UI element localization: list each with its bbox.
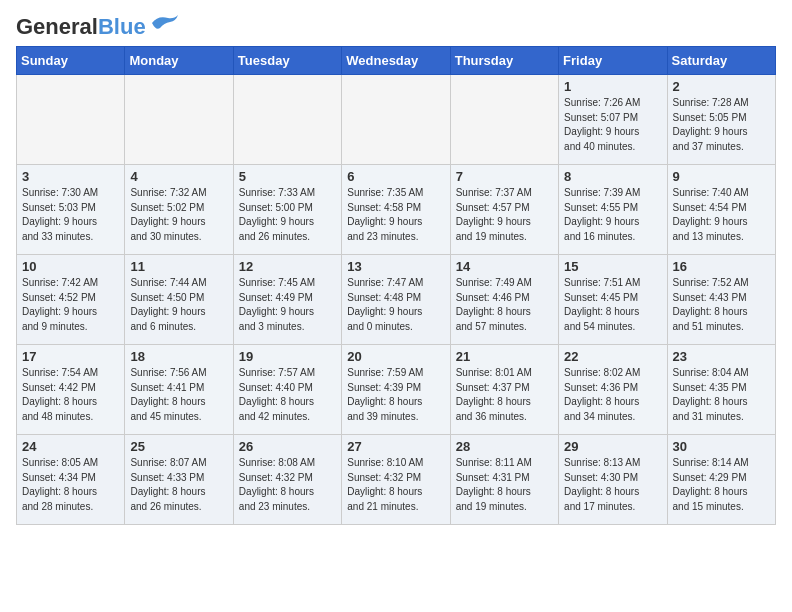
day-number: 3 <box>22 169 119 184</box>
calendar-cell: 8Sunrise: 7:39 AM Sunset: 4:55 PM Daylig… <box>559 165 667 255</box>
calendar-cell: 15Sunrise: 7:51 AM Sunset: 4:45 PM Dayli… <box>559 255 667 345</box>
calendar-cell: 10Sunrise: 7:42 AM Sunset: 4:52 PM Dayli… <box>17 255 125 345</box>
page-header: GeneralBlue <box>16 16 776 38</box>
day-number: 28 <box>456 439 553 454</box>
week-row-3: 10Sunrise: 7:42 AM Sunset: 4:52 PM Dayli… <box>17 255 776 345</box>
weekday-header-tuesday: Tuesday <box>233 47 341 75</box>
day-info: Sunrise: 7:52 AM Sunset: 4:43 PM Dayligh… <box>673 276 770 334</box>
logo-blue: Blue <box>98 14 146 39</box>
day-info: Sunrise: 7:57 AM Sunset: 4:40 PM Dayligh… <box>239 366 336 424</box>
day-number: 9 <box>673 169 770 184</box>
day-info: Sunrise: 7:32 AM Sunset: 5:02 PM Dayligh… <box>130 186 227 244</box>
day-number: 23 <box>673 349 770 364</box>
day-number: 26 <box>239 439 336 454</box>
calendar-cell: 11Sunrise: 7:44 AM Sunset: 4:50 PM Dayli… <box>125 255 233 345</box>
calendar-cell: 14Sunrise: 7:49 AM Sunset: 4:46 PM Dayli… <box>450 255 558 345</box>
day-info: Sunrise: 8:05 AM Sunset: 4:34 PM Dayligh… <box>22 456 119 514</box>
day-number: 29 <box>564 439 661 454</box>
calendar-cell <box>450 75 558 165</box>
calendar-cell: 3Sunrise: 7:30 AM Sunset: 5:03 PM Daylig… <box>17 165 125 255</box>
day-number: 7 <box>456 169 553 184</box>
calendar-cell: 13Sunrise: 7:47 AM Sunset: 4:48 PM Dayli… <box>342 255 450 345</box>
calendar-cell: 27Sunrise: 8:10 AM Sunset: 4:32 PM Dayli… <box>342 435 450 525</box>
week-row-2: 3Sunrise: 7:30 AM Sunset: 5:03 PM Daylig… <box>17 165 776 255</box>
calendar-cell: 4Sunrise: 7:32 AM Sunset: 5:02 PM Daylig… <box>125 165 233 255</box>
day-info: Sunrise: 8:14 AM Sunset: 4:29 PM Dayligh… <box>673 456 770 514</box>
calendar-cell: 24Sunrise: 8:05 AM Sunset: 4:34 PM Dayli… <box>17 435 125 525</box>
calendar-cell: 12Sunrise: 7:45 AM Sunset: 4:49 PM Dayli… <box>233 255 341 345</box>
day-number: 11 <box>130 259 227 274</box>
calendar-cell: 2Sunrise: 7:28 AM Sunset: 5:05 PM Daylig… <box>667 75 775 165</box>
weekday-header-row: SundayMondayTuesdayWednesdayThursdayFrid… <box>17 47 776 75</box>
calendar-cell: 18Sunrise: 7:56 AM Sunset: 4:41 PM Dayli… <box>125 345 233 435</box>
day-info: Sunrise: 8:13 AM Sunset: 4:30 PM Dayligh… <box>564 456 661 514</box>
week-row-1: 1Sunrise: 7:26 AM Sunset: 5:07 PM Daylig… <box>17 75 776 165</box>
week-row-5: 24Sunrise: 8:05 AM Sunset: 4:34 PM Dayli… <box>17 435 776 525</box>
calendar-cell: 6Sunrise: 7:35 AM Sunset: 4:58 PM Daylig… <box>342 165 450 255</box>
day-info: Sunrise: 7:35 AM Sunset: 4:58 PM Dayligh… <box>347 186 444 244</box>
calendar-cell: 26Sunrise: 8:08 AM Sunset: 4:32 PM Dayli… <box>233 435 341 525</box>
day-info: Sunrise: 7:28 AM Sunset: 5:05 PM Dayligh… <box>673 96 770 154</box>
day-number: 2 <box>673 79 770 94</box>
day-number: 27 <box>347 439 444 454</box>
day-number: 21 <box>456 349 553 364</box>
day-number: 25 <box>130 439 227 454</box>
weekday-header-saturday: Saturday <box>667 47 775 75</box>
day-number: 19 <box>239 349 336 364</box>
day-number: 15 <box>564 259 661 274</box>
calendar-cell: 17Sunrise: 7:54 AM Sunset: 4:42 PM Dayli… <box>17 345 125 435</box>
day-info: Sunrise: 8:01 AM Sunset: 4:37 PM Dayligh… <box>456 366 553 424</box>
calendar-cell <box>125 75 233 165</box>
day-info: Sunrise: 7:45 AM Sunset: 4:49 PM Dayligh… <box>239 276 336 334</box>
day-number: 20 <box>347 349 444 364</box>
weekday-header-thursday: Thursday <box>450 47 558 75</box>
week-row-4: 17Sunrise: 7:54 AM Sunset: 4:42 PM Dayli… <box>17 345 776 435</box>
calendar-cell: 21Sunrise: 8:01 AM Sunset: 4:37 PM Dayli… <box>450 345 558 435</box>
logo-general: GeneralBlue <box>16 16 146 38</box>
calendar-cell: 30Sunrise: 8:14 AM Sunset: 4:29 PM Dayli… <box>667 435 775 525</box>
calendar-cell: 16Sunrise: 7:52 AM Sunset: 4:43 PM Dayli… <box>667 255 775 345</box>
day-number: 5 <box>239 169 336 184</box>
calendar-cell: 5Sunrise: 7:33 AM Sunset: 5:00 PM Daylig… <box>233 165 341 255</box>
day-number: 4 <box>130 169 227 184</box>
weekday-header-friday: Friday <box>559 47 667 75</box>
day-info: Sunrise: 8:10 AM Sunset: 4:32 PM Dayligh… <box>347 456 444 514</box>
day-info: Sunrise: 7:42 AM Sunset: 4:52 PM Dayligh… <box>22 276 119 334</box>
calendar-cell <box>17 75 125 165</box>
calendar-cell: 29Sunrise: 8:13 AM Sunset: 4:30 PM Dayli… <box>559 435 667 525</box>
day-info: Sunrise: 8:07 AM Sunset: 4:33 PM Dayligh… <box>130 456 227 514</box>
calendar-cell: 23Sunrise: 8:04 AM Sunset: 4:35 PM Dayli… <box>667 345 775 435</box>
day-info: Sunrise: 7:59 AM Sunset: 4:39 PM Dayligh… <box>347 366 444 424</box>
day-info: Sunrise: 8:08 AM Sunset: 4:32 PM Dayligh… <box>239 456 336 514</box>
day-number: 18 <box>130 349 227 364</box>
calendar-cell: 28Sunrise: 8:11 AM Sunset: 4:31 PM Dayli… <box>450 435 558 525</box>
day-number: 14 <box>456 259 553 274</box>
calendar-cell: 19Sunrise: 7:57 AM Sunset: 4:40 PM Dayli… <box>233 345 341 435</box>
day-info: Sunrise: 7:37 AM Sunset: 4:57 PM Dayligh… <box>456 186 553 244</box>
day-info: Sunrise: 7:56 AM Sunset: 4:41 PM Dayligh… <box>130 366 227 424</box>
day-number: 12 <box>239 259 336 274</box>
day-info: Sunrise: 7:54 AM Sunset: 4:42 PM Dayligh… <box>22 366 119 424</box>
calendar-cell: 1Sunrise: 7:26 AM Sunset: 5:07 PM Daylig… <box>559 75 667 165</box>
day-info: Sunrise: 8:11 AM Sunset: 4:31 PM Dayligh… <box>456 456 553 514</box>
logo: GeneralBlue <box>16 16 180 38</box>
day-number: 10 <box>22 259 119 274</box>
day-info: Sunrise: 7:51 AM Sunset: 4:45 PM Dayligh… <box>564 276 661 334</box>
day-number: 30 <box>673 439 770 454</box>
day-info: Sunrise: 8:02 AM Sunset: 4:36 PM Dayligh… <box>564 366 661 424</box>
calendar-table: SundayMondayTuesdayWednesdayThursdayFrid… <box>16 46 776 525</box>
weekday-header-sunday: Sunday <box>17 47 125 75</box>
day-number: 1 <box>564 79 661 94</box>
calendar-cell <box>233 75 341 165</box>
calendar-cell <box>342 75 450 165</box>
day-info: Sunrise: 7:30 AM Sunset: 5:03 PM Dayligh… <box>22 186 119 244</box>
weekday-header-monday: Monday <box>125 47 233 75</box>
day-info: Sunrise: 7:49 AM Sunset: 4:46 PM Dayligh… <box>456 276 553 334</box>
day-info: Sunrise: 7:39 AM Sunset: 4:55 PM Dayligh… <box>564 186 661 244</box>
day-number: 22 <box>564 349 661 364</box>
day-number: 17 <box>22 349 119 364</box>
calendar-cell: 22Sunrise: 8:02 AM Sunset: 4:36 PM Dayli… <box>559 345 667 435</box>
calendar-cell: 9Sunrise: 7:40 AM Sunset: 4:54 PM Daylig… <box>667 165 775 255</box>
logo-bird-icon <box>150 13 180 33</box>
day-number: 13 <box>347 259 444 274</box>
